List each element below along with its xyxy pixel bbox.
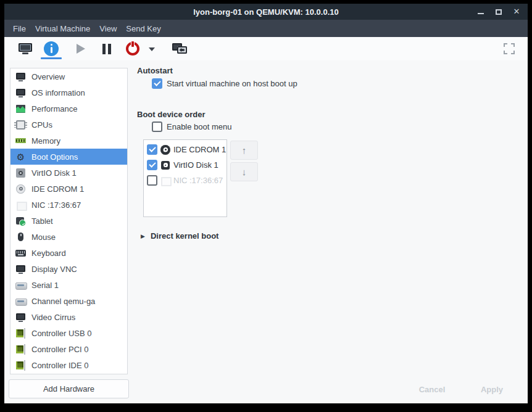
boot-device-row-virtio-disk[interactable]: VirtIO Disk 1 xyxy=(147,157,227,173)
monitor-icon xyxy=(15,264,26,274)
sidebar-item-virtio-disk-1[interactable]: VirtIO Disk 1 xyxy=(10,165,127,181)
power-icon xyxy=(126,42,139,56)
monitor-icon xyxy=(15,312,26,323)
sidebar-item-tablet[interactable]: Tablet xyxy=(10,213,127,229)
footer-actions: Cancel Apply xyxy=(404,379,520,399)
cancel-button[interactable]: Cancel xyxy=(404,379,460,399)
hardware-list: Overview OS information Performance CPUs… xyxy=(10,68,128,374)
enable-boot-menu-checkbox[interactable] xyxy=(152,122,162,132)
gear-icon: ⚙ xyxy=(15,152,26,162)
performance-chart-icon xyxy=(15,104,26,114)
sidebar-item-boot-options[interactable]: ⚙ Boot Options xyxy=(10,149,127,165)
enable-boot-menu-label[interactable]: Enable boot menu xyxy=(167,122,232,131)
menu-view[interactable]: View xyxy=(99,24,117,33)
run-button[interactable] xyxy=(69,38,93,60)
sidebar-item-controller-usb-0[interactable]: Controller USB 0 xyxy=(10,325,127,341)
memory-icon xyxy=(15,136,26,146)
vm-details-window: lyon-borg-01 on QEMU/KVM: 10.0.0.10 ✕ Fi… xyxy=(4,4,528,403)
menu-file[interactable]: File xyxy=(13,24,26,33)
boot-device-checkbox[interactable] xyxy=(147,160,157,170)
cdrom-icon xyxy=(15,184,26,194)
caret-down-icon xyxy=(149,47,155,51)
menu-virtual-machine[interactable]: Virtual Machine xyxy=(35,24,90,33)
keyboard-icon xyxy=(15,248,26,258)
titlebar: lyon-borg-01 on QEMU/KVM: 10.0.0.10 ✕ xyxy=(4,4,528,20)
fullscreen-button[interactable] xyxy=(497,38,522,60)
boot-device-checkbox[interactable] xyxy=(147,144,157,155)
sidebar-item-controller-pci-0[interactable]: Controller PCI 0 xyxy=(10,341,127,357)
play-badge-icon xyxy=(181,48,184,52)
menu-send-key[interactable]: Send Key xyxy=(126,24,160,33)
toolbar xyxy=(4,37,528,60)
cdrom-icon xyxy=(160,145,170,155)
sidebar-item-overview[interactable]: Overview xyxy=(10,68,127,84)
sidebar-item-memory[interactable]: Memory xyxy=(10,133,127,149)
controller-card-icon xyxy=(15,344,26,355)
controller-card-icon xyxy=(15,328,26,339)
minimize-icon xyxy=(478,13,484,14)
serial-icon xyxy=(15,296,26,307)
boot-device-checkbox[interactable] xyxy=(147,175,157,186)
enable-boot-menu-row: Enable boot menu xyxy=(152,122,232,132)
sidebar-item-video-cirrus[interactable]: Video Cirrus xyxy=(10,309,127,325)
sidebar-item-keyboard[interactable]: Keyboard xyxy=(10,245,127,261)
sidebar-item-display-vnc[interactable]: Display VNC xyxy=(10,261,127,277)
window-title: lyon-borg-01 on QEMU/KVM: 10.0.0.10 xyxy=(4,7,528,17)
sidebar-item-nic[interactable]: NIC :17:36:67 xyxy=(10,197,127,213)
console-monitor-icon xyxy=(19,43,32,54)
sidebar-item-ide-cdrom-1[interactable]: IDE CDROM 1 xyxy=(10,181,127,197)
sidebar-item-mouse[interactable]: Mouse xyxy=(10,229,127,245)
pause-button[interactable] xyxy=(94,38,119,60)
autostart-checkbox-label[interactable]: Start virtual machine on host boot up xyxy=(167,79,297,88)
boot-device-row-ide-cdrom[interactable]: IDE CDROM 1 xyxy=(147,142,227,157)
monitor-icon xyxy=(15,88,26,98)
boot-device-list: IDE CDROM 1 VirtIO Disk 1 NIC :17:36:67 xyxy=(143,139,227,217)
show-details-button[interactable] xyxy=(39,38,64,60)
sidebar-item-cpus[interactable]: CPUs xyxy=(10,117,127,133)
move-down-button[interactable]: ↓ xyxy=(230,162,258,181)
check-badge-icon xyxy=(22,222,25,225)
autostart-heading: Autostart xyxy=(137,66,173,75)
autostart-row: Start virtual machine on host boot up xyxy=(152,78,297,89)
play-icon xyxy=(77,44,85,54)
sidebar-item-os-information[interactable]: OS information xyxy=(10,84,127,101)
fullscreen-icon xyxy=(504,43,515,54)
info-icon xyxy=(44,41,59,56)
sidebar-item-serial-1[interactable]: Serial 1 xyxy=(10,277,127,293)
main-area: Overview OS information Performance CPUs… xyxy=(4,60,528,403)
move-up-button[interactable]: ↑ xyxy=(230,141,258,160)
sidebar-item-controller-ide-0[interactable]: Controller IDE 0 xyxy=(10,357,127,373)
tablet-icon xyxy=(15,216,26,226)
sidebar-item-channel-qemu-ga[interactable]: Channel qemu-ga xyxy=(10,293,127,309)
apply-button[interactable]: Apply xyxy=(464,379,520,399)
controller-card-icon xyxy=(15,360,26,371)
add-hardware-button[interactable]: Add Hardware xyxy=(9,379,129,398)
show-console-button[interactable] xyxy=(13,38,38,60)
close-button[interactable]: ✕ xyxy=(513,8,520,15)
disk-icon xyxy=(160,160,170,170)
cpu-chip-icon xyxy=(16,120,25,130)
pause-icon xyxy=(102,44,111,54)
direct-kernel-boot-expander[interactable]: ▶ Direct kernel boot xyxy=(141,231,218,241)
menubar: File Virtual Machine View Send Key xyxy=(4,20,528,37)
autostart-checkbox[interactable] xyxy=(152,78,162,89)
direct-kernel-boot-label: Direct kernel boot xyxy=(151,231,219,241)
sidebar-item-partial[interactable] xyxy=(10,373,127,374)
window-controls: ✕ xyxy=(477,4,520,20)
dual-monitor-icon xyxy=(172,43,187,55)
nic-icon xyxy=(15,200,26,210)
open-vm-windows-button[interactable] xyxy=(167,38,192,60)
serial-icon xyxy=(15,280,26,290)
nic-icon xyxy=(160,176,170,186)
triangle-right-icon: ▶ xyxy=(141,233,145,239)
boot-order-heading: Boot device order xyxy=(137,110,206,119)
minimize-button[interactable] xyxy=(477,8,484,15)
boot-device-row-nic[interactable]: NIC :17:36:67 xyxy=(147,173,227,188)
monitor-icon xyxy=(15,72,26,82)
shutdown-menu-button[interactable] xyxy=(145,38,159,60)
maximize-icon xyxy=(496,9,502,15)
shutdown-button[interactable] xyxy=(120,38,145,60)
maximize-button[interactable] xyxy=(495,8,502,15)
disk-icon xyxy=(15,168,26,178)
sidebar-item-performance[interactable]: Performance xyxy=(10,101,127,117)
